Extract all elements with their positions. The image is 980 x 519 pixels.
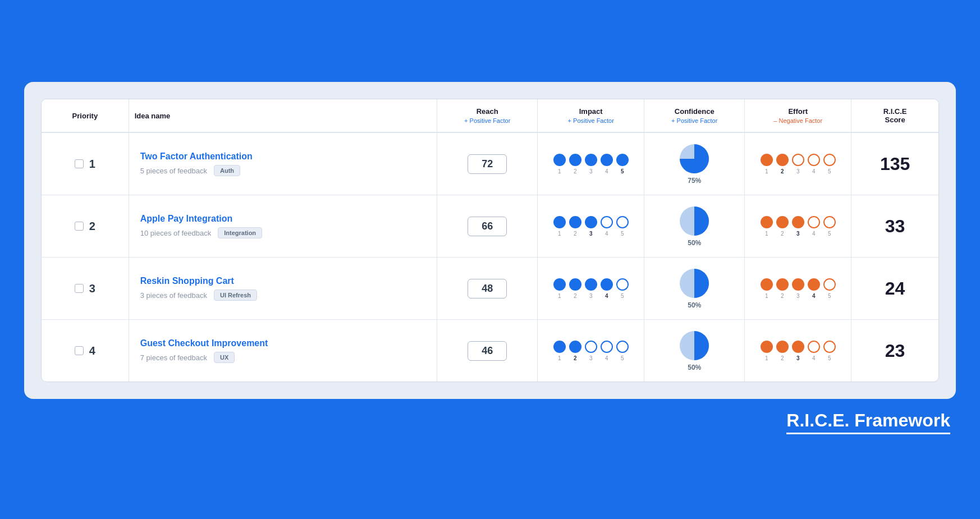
effort-dot-empty bbox=[823, 341, 836, 353]
effort-dot-filled bbox=[792, 341, 804, 353]
row-checkbox[interactable] bbox=[75, 346, 84, 355]
confidence-cell: 50% bbox=[644, 258, 745, 320]
idea-name[interactable]: Reskin Shopping Cart bbox=[140, 276, 430, 286]
impact-dot-filled bbox=[601, 278, 613, 291]
idea-tag: Integration bbox=[218, 227, 262, 238]
effort-dot-empty bbox=[808, 341, 820, 353]
impact-dot-filled bbox=[585, 154, 597, 166]
idea-cell: Guest Checkout Improvement 7 pieces of f… bbox=[129, 320, 437, 382]
effort-dot-empty bbox=[792, 154, 804, 166]
effort-dot-filled bbox=[792, 216, 804, 228]
reach-factor-label: + Positive Factor bbox=[443, 117, 532, 124]
effort-dot-filled bbox=[792, 278, 804, 291]
priority-number: 1 bbox=[89, 158, 95, 171]
idea-name[interactable]: Guest Checkout Improvement bbox=[140, 338, 430, 348]
effort-cell: 12345 bbox=[745, 258, 851, 320]
rice-score: 23 bbox=[885, 341, 905, 361]
idea-cell: Two Factor Authentication 5 pieces of fe… bbox=[129, 132, 437, 195]
feedback-count: 10 pieces of feedback bbox=[140, 229, 211, 237]
rice-score-cell: 33 bbox=[851, 195, 938, 258]
confidence-factor-label: + Positive Factor bbox=[650, 117, 739, 124]
effort-dot-filled bbox=[776, 278, 789, 291]
effort-dot-filled bbox=[776, 154, 789, 166]
reach-value: 46 bbox=[468, 341, 507, 361]
impact-dot-filled bbox=[553, 154, 566, 166]
confidence-label: 50% bbox=[688, 239, 701, 247]
pie-container: 75% bbox=[651, 143, 738, 185]
effort-dot-filled bbox=[761, 154, 773, 166]
reach-value: 72 bbox=[468, 154, 507, 174]
idea-cell: Apple Pay Integration 10 pieces of feedb… bbox=[129, 195, 437, 258]
confidence-label: 50% bbox=[688, 364, 701, 371]
priority-number: 4 bbox=[89, 345, 95, 357]
effort-factor-label: – Negative Factor bbox=[750, 117, 845, 124]
confidence-cell: 75% bbox=[644, 132, 745, 195]
impact-dot-filled bbox=[553, 278, 566, 291]
table-row: 1 Two Factor Authentication 5 pieces of … bbox=[42, 132, 938, 195]
pie-container: 50% bbox=[651, 268, 738, 309]
impact-cell: 12345 bbox=[538, 195, 644, 258]
reach-cell: 66 bbox=[437, 195, 538, 258]
row-checkbox[interactable] bbox=[75, 159, 84, 168]
effort-dot-empty bbox=[823, 154, 836, 166]
rice-score: 135 bbox=[880, 154, 910, 174]
effort-dot-filled bbox=[776, 216, 789, 228]
row-checkbox[interactable] bbox=[75, 284, 84, 293]
impact-cell: 12345 bbox=[538, 258, 644, 320]
table-container: Priority Idea name Reach + Positive Fact… bbox=[41, 99, 939, 382]
impact-dot-empty bbox=[616, 278, 629, 291]
effort-dot-filled bbox=[761, 216, 773, 228]
reach-header: Reach + Positive Factor bbox=[437, 99, 538, 132]
table-row: 2 Apple Pay Integration 10 pieces of fee… bbox=[42, 195, 938, 258]
rice-score: 24 bbox=[885, 278, 905, 298]
effort-dot-empty bbox=[823, 216, 836, 228]
reach-value: 48 bbox=[468, 279, 507, 298]
rice-score: 33 bbox=[885, 216, 905, 236]
idea-tag: UX bbox=[214, 352, 235, 363]
idea-name[interactable]: Two Factor Authentication bbox=[140, 151, 430, 162]
impact-dot-filled bbox=[569, 278, 581, 291]
effort-cell: 12345 bbox=[745, 195, 851, 258]
feedback-count: 3 pieces of feedback bbox=[140, 291, 207, 300]
brand-text: R.I.C.E. Framework bbox=[786, 410, 950, 434]
reach-cell: 72 bbox=[437, 132, 538, 195]
impact-dot-filled bbox=[569, 154, 581, 166]
pie-container: 50% bbox=[651, 205, 738, 247]
effort-dot-empty bbox=[808, 216, 820, 228]
priority-cell: 1 bbox=[42, 132, 129, 195]
effort-cell: 12345 bbox=[745, 320, 851, 382]
priority-header: Priority bbox=[42, 99, 129, 132]
confidence-label: 50% bbox=[688, 301, 701, 309]
table-row: 4 Guest Checkout Improvement 7 pieces of… bbox=[42, 320, 938, 382]
idea-name-header: Idea name bbox=[129, 99, 437, 132]
effort-dot-filled bbox=[761, 278, 773, 291]
confidence-cell: 50% bbox=[644, 320, 745, 382]
confidence-cell: 50% bbox=[644, 195, 745, 258]
priority-cell: 3 bbox=[42, 258, 129, 320]
rice-score-cell: 24 bbox=[851, 258, 938, 320]
effort-cell: 12345 bbox=[745, 132, 851, 195]
impact-dot-filled bbox=[569, 341, 581, 353]
impact-dot-filled bbox=[553, 216, 566, 228]
row-checkbox[interactable] bbox=[75, 222, 84, 231]
table-row: 3 Reskin Shopping Cart 3 pieces of feedb… bbox=[42, 258, 938, 320]
impact-dot-filled bbox=[569, 216, 581, 228]
idea-name[interactable]: Apple Pay Integration bbox=[140, 214, 430, 224]
table-header-row: Priority Idea name Reach + Positive Fact… bbox=[42, 99, 938, 132]
rice-score-cell: 23 bbox=[851, 320, 938, 382]
impact-dot-empty bbox=[601, 341, 613, 353]
effort-dot-empty bbox=[808, 154, 820, 166]
impact-header: Impact + Positive Factor bbox=[538, 99, 644, 132]
feedback-count: 5 pieces of feedback bbox=[140, 167, 207, 175]
impact-cell: 12345 bbox=[538, 132, 644, 195]
effort-dot-filled bbox=[808, 278, 820, 291]
impact-dot-empty bbox=[585, 341, 597, 353]
effort-dot-filled bbox=[761, 341, 773, 353]
effort-header: Effort – Negative Factor bbox=[745, 99, 851, 132]
reach-cell: 48 bbox=[437, 258, 538, 320]
rice-table: Priority Idea name Reach + Positive Fact… bbox=[42, 99, 938, 382]
impact-dot-filled bbox=[601, 154, 613, 166]
reach-value: 66 bbox=[468, 217, 507, 236]
effort-dot-filled bbox=[776, 341, 789, 353]
pie-container: 50% bbox=[651, 330, 738, 371]
